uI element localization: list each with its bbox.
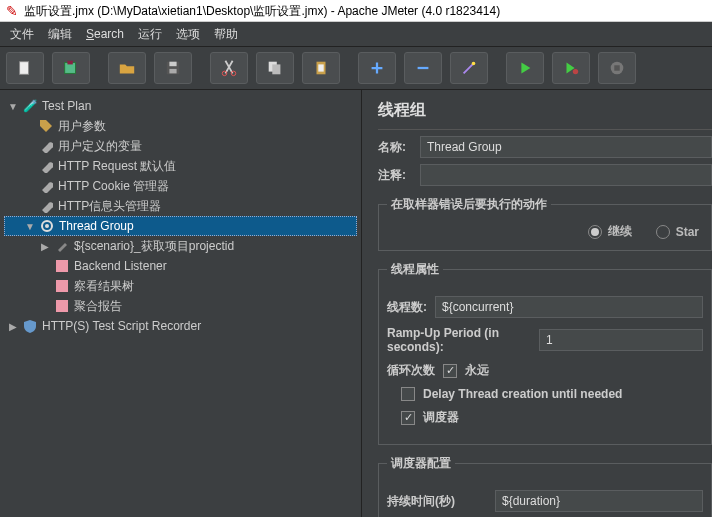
expand-button[interactable] [358, 52, 396, 84]
svg-rect-20 [56, 300, 68, 312]
forever-label: 永远 [465, 362, 489, 379]
rampup-label: Ramp-Up Period (in seconds): [387, 326, 531, 354]
comment-input[interactable] [420, 164, 712, 186]
tree-recorder[interactable]: ▶HTTP(S) Test Script Recorder [4, 316, 357, 336]
chart-icon [54, 298, 70, 314]
menu-file[interactable]: 文件 [10, 26, 34, 43]
svg-rect-19 [56, 280, 68, 292]
duration-input[interactable] [495, 490, 703, 512]
svg-rect-0 [20, 62, 29, 75]
tree-aggregate[interactable]: 聚合报告 [4, 296, 357, 316]
scheduler-legend: 调度器配置 [387, 455, 455, 472]
svg-rect-15 [614, 65, 619, 70]
menu-run[interactable]: 运行 [138, 26, 162, 43]
paste-button[interactable] [302, 52, 340, 84]
name-input[interactable] [420, 136, 712, 158]
threads-input[interactable] [435, 296, 703, 318]
tree-scenario[interactable]: ▶${scenario}_获取项目projectid [4, 236, 357, 256]
error-action-legend: 在取样器错误后要执行的动作 [387, 196, 551, 213]
config-panel: 线程组 名称: 注释: 在取样器错误后要执行的动作 继续 Star 线程属性 线… [362, 90, 712, 517]
menu-bar: 文件 编辑 Search 运行 选项 帮助 [0, 22, 712, 46]
open-button[interactable] [108, 52, 146, 84]
delay-label: Delay Thread creation until needed [423, 387, 622, 401]
tree-backend[interactable]: Backend Listener [4, 256, 357, 276]
duration-label: 持续时间(秒) [387, 493, 487, 510]
tree-httpdefaults[interactable]: HTTP Request 默认值 [4, 156, 357, 176]
tree-cookiemgr[interactable]: HTTP Cookie 管理器 [4, 176, 357, 196]
tree-headermgr[interactable]: HTTP信息头管理器 [4, 196, 357, 216]
threads-label: 线程数: [387, 299, 427, 316]
new-button[interactable] [6, 52, 44, 84]
templates-button[interactable] [52, 52, 90, 84]
start-no-pause-button[interactable] [552, 52, 590, 84]
svg-rect-4 [169, 62, 176, 66]
radio-start-label: Star [676, 225, 699, 239]
panel-title: 线程组 [378, 100, 712, 121]
menu-help[interactable]: 帮助 [214, 26, 238, 43]
svg-rect-5 [169, 69, 176, 74]
window-title: 监听设置.jmx (D:\MyData\xietian1\Desktop\监听设… [24, 0, 500, 22]
rampup-input[interactable] [539, 329, 703, 351]
tree-viewresults[interactable]: 察看结果树 [4, 276, 357, 296]
loop-label: 循环次数 [387, 362, 435, 379]
shield-icon [22, 318, 38, 334]
flask-icon: 🧪 [22, 98, 38, 114]
scheduler-checkbox[interactable] [401, 411, 415, 425]
gear-icon [39, 218, 55, 234]
tree-uservars[interactable]: 用户定义的变量 [4, 136, 357, 156]
start-button[interactable] [506, 52, 544, 84]
chart-icon [54, 278, 70, 294]
svg-point-13 [573, 69, 578, 74]
svg-point-17 [45, 224, 49, 228]
delay-checkbox[interactable] [401, 387, 415, 401]
scheduler-fieldset: 调度器配置 持续时间(秒) 启动延迟(秒) [378, 455, 712, 517]
thread-props-legend: 线程属性 [387, 261, 443, 278]
wrench-icon [38, 198, 54, 214]
tree-pane[interactable]: ▼🧪Test Plan 用户参数 用户定义的变量 HTTP Request 默认… [0, 90, 362, 517]
save-button[interactable] [154, 52, 192, 84]
radio-continue[interactable] [588, 225, 602, 239]
svg-rect-11 [318, 64, 323, 71]
tree-userparams[interactable]: 用户参数 [4, 116, 357, 136]
svg-rect-9 [272, 64, 280, 74]
cut-button[interactable] [210, 52, 248, 84]
radio-start-next[interactable] [656, 225, 670, 239]
chart-icon [54, 258, 70, 274]
window-titlebar: ✎ 监听设置.jmx (D:\MyData\xietian1\Desktop\监… [0, 0, 712, 22]
thread-props-fieldset: 线程属性 线程数: Ramp-Up Period (in seconds): 循… [378, 261, 712, 445]
app-icon: ✎ [6, 0, 18, 22]
error-action-fieldset: 在取样器错误后要执行的动作 继续 Star [378, 196, 712, 251]
svg-rect-2 [67, 61, 72, 65]
menu-edit[interactable]: 编辑 [48, 26, 72, 43]
scheduler-label: 调度器 [423, 409, 459, 426]
wrench-icon [38, 178, 54, 194]
name-label: 名称: [378, 139, 412, 156]
tree-testplan[interactable]: ▼🧪Test Plan [4, 96, 357, 116]
toolbar [0, 46, 712, 90]
comment-label: 注释: [378, 167, 412, 184]
wrench-icon [38, 158, 54, 174]
forever-checkbox[interactable] [443, 364, 457, 378]
collapse-button[interactable] [404, 52, 442, 84]
stop-button[interactable] [598, 52, 636, 84]
tree-threadgroup[interactable]: ▼Thread Group [4, 216, 357, 236]
radio-continue-label: 继续 [608, 223, 632, 240]
svg-point-12 [472, 62, 476, 66]
menu-search[interactable]: Search [86, 27, 124, 41]
copy-button[interactable] [256, 52, 294, 84]
svg-rect-18 [56, 260, 68, 272]
wrench-icon [38, 138, 54, 154]
toggle-button[interactable] [450, 52, 488, 84]
tag-icon [38, 118, 54, 134]
pipette-icon [54, 238, 70, 254]
menu-options[interactable]: 选项 [176, 26, 200, 43]
